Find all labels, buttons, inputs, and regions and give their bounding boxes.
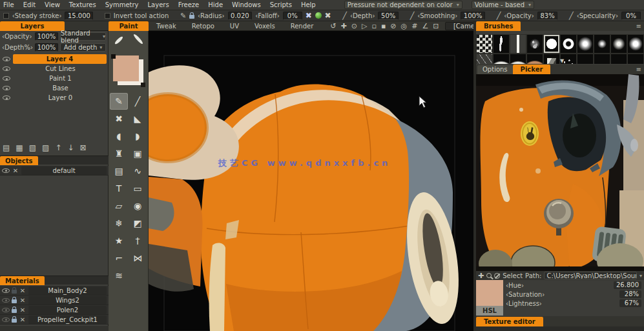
depth-field[interactable]: 50%	[378, 12, 399, 20]
brush-empty[interactable]	[594, 54, 610, 64]
duplicate-layer-icon[interactable]: ▨	[42, 143, 49, 152]
lock-icon[interactable]	[12, 309, 17, 313]
pencil-tool[interactable]: ╱	[129, 93, 147, 110]
material-row[interactable]: ✕ Wings2	[0, 296, 109, 305]
layer-row[interactable]: Base	[0, 83, 108, 93]
delete-material-icon[interactable]: ✕	[19, 287, 26, 294]
brush-empty[interactable]	[627, 54, 644, 64]
path-field[interactable]: C:\Users\Ryan\Desktop\Sour	[544, 272, 637, 279]
brush-tool[interactable]: ✎	[110, 93, 128, 110]
brush-soft-dot[interactable]	[610, 34, 627, 54]
bend-tool[interactable]: ⌐	[110, 250, 128, 266]
flat-brush-tool[interactable]: ◣	[129, 110, 147, 127]
layers-panel-tab[interactable]: Layers	[0, 21, 65, 31]
radius-field[interactable]: 0.020	[228, 12, 253, 20]
freeze-tool[interactable]: ❄	[110, 215, 128, 232]
material-row[interactable]: ✕ Polen2	[0, 305, 109, 315]
material-row[interactable]: ✕ Main_Body2	[0, 286, 109, 296]
saturation-value[interactable]: 28%	[619, 290, 641, 298]
invert-tool-checkbox[interactable]	[105, 13, 110, 19]
crop-tool[interactable]: ▭	[129, 180, 147, 197]
visibility-eye-icon[interactable]	[3, 76, 10, 81]
layer-depth-field[interactable]: 100%	[35, 43, 58, 52]
brush-ring[interactable]	[560, 34, 577, 54]
brush-hard-round[interactable]	[543, 34, 560, 54]
picked-color-swatch[interactable]	[476, 280, 503, 306]
tab-paint[interactable]: Paint	[109, 21, 149, 31]
blob-tool[interactable]: ◗	[129, 128, 147, 145]
menu-help[interactable]: Help	[301, 1, 316, 8]
brush-noise[interactable]	[526, 34, 543, 54]
tab-picker[interactable]: Picker	[513, 65, 551, 74]
layer-row[interactable]: Layer 4	[0, 54, 108, 64]
reference-image[interactable]	[476, 74, 644, 271]
snap-b-icon[interactable]: ▪	[381, 22, 386, 30]
clear-blue-icon[interactable]: ✖	[306, 11, 312, 20]
visibility-eye-icon[interactable]	[3, 86, 10, 90]
rotate-view-icon[interactable]: ↺	[330, 22, 336, 30]
menu-file[interactable]: File	[3, 1, 14, 8]
frame-icon[interactable]: ⊡	[433, 22, 439, 30]
texture-editor-tab[interactable]: Texture editor	[476, 317, 543, 326]
menu-freeze[interactable]: Freeze	[178, 1, 200, 8]
brush-scratch[interactable]	[476, 54, 493, 64]
menu-edit[interactable]: Edit	[23, 1, 36, 8]
pressure-mode-dropdown[interactable]: Pressure not dependent on color ▾	[344, 1, 462, 9]
disable-icon[interactable]: ⊘	[390, 22, 396, 30]
delete-layer-icon[interactable]: ▦	[16, 143, 23, 152]
tab-options[interactable]: Options	[477, 65, 513, 74]
materials-panel-tab[interactable]: Materials	[0, 276, 45, 285]
3d-viewport[interactable]: 技艺CG www.qdnxxfb.cn	[149, 31, 473, 331]
lightness-value[interactable]: 67%	[619, 299, 641, 307]
copy-tool[interactable]: ▤	[110, 163, 128, 179]
depth-pen-icon[interactable]: ╱	[342, 12, 347, 20]
layer-row[interactable]: Cut Lines	[0, 64, 108, 74]
specularity-field[interactable]: 0%	[621, 12, 641, 20]
brush-empty[interactable]	[610, 54, 627, 64]
object-row[interactable]: ✕ default	[0, 166, 109, 176]
panel-menu-icon[interactable]: ≡	[636, 66, 644, 73]
visibility-eye-icon[interactable]	[2, 168, 10, 173]
lock-icon[interactable]	[12, 319, 17, 323]
lock-icon[interactable]	[189, 15, 194, 19]
opacity-pen-icon[interactable]: ╱	[497, 12, 501, 20]
material-row[interactable]: ✕ Propeller_Cockpit1	[0, 315, 109, 325]
brush-cube[interactable]	[543, 54, 560, 64]
text-tool[interactable]: T	[110, 180, 128, 197]
tab-tweak[interactable]: Tweak	[149, 23, 184, 30]
brush-soft-large[interactable]	[627, 34, 644, 54]
visibility-eye-icon[interactable]	[3, 57, 10, 61]
zoom-view-icon[interactable]: ⊙	[351, 22, 357, 30]
sphere-preview-icon[interactable]	[315, 12, 322, 19]
smudge-tool[interactable]: ◖	[110, 128, 128, 145]
specularity-pen-icon[interactable]: ╱	[569, 12, 574, 20]
play-icon[interactable]: ▷	[362, 22, 367, 30]
lock-icon[interactable]	[12, 290, 17, 294]
add-layer-icon[interactable]: ▤	[3, 143, 10, 152]
visibility-eye-icon[interactable]	[2, 298, 10, 303]
grid-icon[interactable]: #	[411, 22, 417, 30]
spring-tool[interactable]: ≋	[110, 267, 128, 284]
brush-dome[interactable]	[493, 54, 510, 64]
blend-mode-dropdown[interactable]: Standard blend ▾	[60, 32, 106, 41]
move-icon[interactable]: ✚	[478, 272, 484, 280]
visibility-eye-icon[interactable]	[2, 317, 10, 322]
delete-material-icon[interactable]: ✕	[19, 306, 26, 314]
layer-opacity-field[interactable]: 100%	[35, 32, 58, 41]
volume-mode-dropdown[interactable]: Volume - based ▾	[472, 1, 534, 9]
eraser-tool[interactable]: ▱	[110, 197, 128, 214]
panel-menu-icon[interactable]: ≡	[636, 23, 644, 30]
visibility-eye-icon[interactable]	[3, 95, 10, 100]
wand-tool[interactable]: ★	[110, 232, 128, 249]
steady-stroke-field[interactable]: 15.000	[65, 12, 93, 20]
menu-hide[interactable]: Hide	[208, 1, 223, 8]
snap-a-icon[interactable]: ▫	[371, 22, 376, 30]
brush-empty[interactable]	[577, 54, 594, 64]
dodge-tool[interactable]: ◉	[129, 197, 147, 214]
tab-retopo[interactable]: Retopo	[184, 23, 222, 30]
delete-object-icon[interactable]: ✕	[12, 167, 19, 174]
opacity-field[interactable]: 83%	[537, 12, 558, 20]
clear-grey-icon[interactable]: ✖	[325, 11, 331, 20]
visibility-eye-icon[interactable]	[3, 66, 10, 71]
tab-uv[interactable]: UV	[222, 23, 247, 30]
